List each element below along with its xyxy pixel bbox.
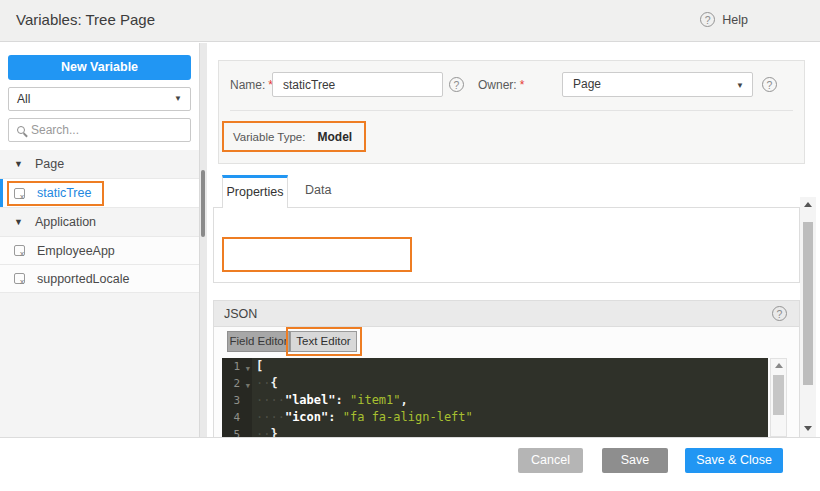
save-button[interactable]: Save [602, 448, 668, 473]
variables-dialog: Variables: Tree Page Help New Variable A… [0, 0, 820, 491]
help-icon [700, 12, 715, 27]
save-and-close-button[interactable]: Save & Close [685, 448, 783, 473]
tab-data[interactable]: Data [305, 183, 331, 197]
field-editor-button[interactable]: Field Editor [227, 331, 290, 352]
line-number: 4 [222, 409, 252, 426]
variable-icon [14, 245, 25, 256]
editor-scrollbar-thumb[interactable] [773, 375, 784, 415]
code-token: } [270, 427, 277, 437]
sidebar-scrollbar-track[interactable] [199, 43, 207, 437]
code-token: "label" [285, 393, 336, 407]
code-token: : [335, 393, 342, 407]
name-help-icon[interactable] [449, 77, 464, 92]
chevron-down-icon [174, 88, 182, 110]
code-token: "item1" [350, 393, 401, 407]
cancel-button[interactable]: Cancel [518, 448, 583, 473]
code-text: ··{ [252, 375, 278, 392]
variable-filter-select[interactable]: All [8, 87, 191, 111]
selected-indicator-bar [0, 179, 3, 207]
tab-properties[interactable]: Properties [222, 175, 288, 208]
help-button[interactable]: Help [700, 12, 748, 27]
code-token [343, 393, 350, 407]
search-input[interactable] [31, 123, 181, 137]
owner-select[interactable]: Page [562, 72, 753, 97]
fold-toggle-icon[interactable]: 2 [222, 375, 252, 392]
scroll-up-icon[interactable] [804, 202, 812, 207]
orange-highlight-box [7, 181, 104, 206]
scroll-down-icon[interactable] [804, 426, 812, 431]
sidebar-item-employeeapp[interactable]: EmployeeApp [0, 237, 199, 265]
code-token: { [270, 376, 277, 390]
is-list-highlight-box [222, 237, 412, 272]
code-token: ···· [256, 393, 285, 407]
variable-search [8, 118, 191, 142]
variable-type-value: Model [317, 130, 352, 144]
code-text: ····"icon": "fa fa-align-left" [252, 409, 473, 426]
variable-type-highlight-box: Variable Type: Model [222, 121, 366, 152]
fold-toggle-icon[interactable]: 1 [222, 358, 252, 375]
json-panel-header: JSON [213, 300, 800, 327]
sidebar-item-statictree[interactable]: staticTree [0, 179, 199, 208]
line-number: 5 [222, 426, 252, 437]
line-number: 3 [222, 392, 252, 409]
name-field[interactable] [272, 72, 443, 97]
divider [0, 437, 820, 438]
code-line: 3····"label": "item1", [222, 392, 768, 409]
editor-scrollbar-track[interactable] [770, 358, 787, 437]
sidebar-item-page[interactable]: Page [0, 150, 199, 179]
code-line: 4····"icon": "fa fa-align-left" [222, 409, 768, 426]
chevron-down-icon [736, 73, 744, 96]
new-variable-button[interactable]: New Variable [8, 55, 191, 80]
panel-scrollbar-track[interactable] [800, 197, 816, 437]
variable-type-label: Variable Type: [233, 131, 305, 143]
code-token [336, 410, 343, 424]
owner-value: Page [573, 77, 601, 91]
help-label: Help [722, 13, 748, 27]
code-token: [ [256, 359, 263, 373]
dialog-header: Variables: Tree Page Help [0, 0, 820, 42]
required-marker: * [520, 78, 525, 92]
code-token: ·· [256, 376, 270, 390]
variable-icon [14, 273, 25, 284]
text-editor-button[interactable]: Text Editor [290, 331, 357, 352]
tree-collapse-icon[interactable] [14, 159, 23, 169]
code-text: [ [252, 358, 263, 375]
json-code-editor[interactable]: 1[2··{3····"label": "item1",4····"icon":… [222, 358, 768, 437]
sidebar-filler [0, 293, 199, 437]
code-token: "fa fa-align-left" [343, 410, 473, 424]
sidebar-scrollbar-thumb[interactable] [201, 170, 205, 237]
panel-scrollbar-thumb[interactable] [803, 222, 813, 385]
json-title: JSON [224, 307, 257, 321]
code-token: ·· [256, 427, 270, 437]
code-line: 5··} [222, 426, 768, 437]
code-token: , [401, 393, 408, 407]
code-line: 2··{ [222, 375, 768, 392]
code-token: ···· [256, 410, 285, 424]
variable-filter-value: All [17, 92, 30, 106]
page-title: Variables: Tree Page [16, 11, 155, 28]
sidebar-item-application[interactable]: Application [0, 208, 199, 237]
divider [230, 110, 793, 111]
code-token: "icon" [285, 410, 328, 424]
code-text: ····"label": "item1", [252, 392, 408, 409]
code-token: : [328, 410, 335, 424]
json-help-icon[interactable] [772, 306, 787, 321]
name-label: Name:* [230, 78, 273, 92]
scroll-up-icon[interactable] [775, 363, 783, 368]
owner-label: Owner:* [478, 78, 524, 92]
code-line: 1[ [222, 358, 768, 375]
sidebar-item-supportedlocale[interactable]: supportedLocale [0, 265, 199, 293]
code-text: ··} [252, 426, 278, 437]
search-icon [17, 126, 25, 134]
tree-collapse-icon[interactable] [14, 217, 23, 227]
owner-help-icon[interactable] [762, 77, 777, 92]
